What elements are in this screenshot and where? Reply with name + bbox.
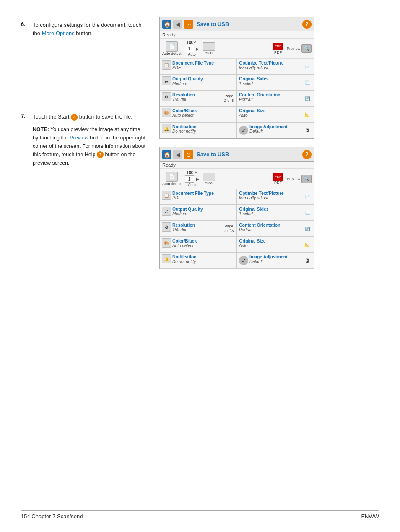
image-adj-value-2: Default [249,259,301,264]
setting2-optimize-text[interactable]: Optimize Text/Picture Manually adjust 📄 [237,189,314,205]
optimize-side-icon-2: 📄 [303,192,312,201]
setting2-resolution[interactable]: ⚙ Resolution 150 dpi Page 2 of 3 [160,221,237,237]
back-icon[interactable]: ◀ [173,20,182,29]
help-icon-inline: ? [97,151,104,158]
step-7-number: 7. [21,113,29,167]
setting-color-black[interactable]: 🎨 Color/Black Auto detect [160,106,237,122]
auto2-group-2: Auto [203,173,215,185]
setting-notification[interactable]: 🔔 Notification Do not notify [160,122,237,138]
setting2-notification[interactable]: 🔔 Notification Do not notify [160,253,237,269]
copies-box-2[interactable]: 1 [185,175,194,183]
color-black-value: Auto detect [172,113,235,118]
back-icon-2[interactable]: ◀ [173,150,182,159]
color-black-label: Color/Black [172,108,235,113]
setting-output-quality[interactable]: 🖨 Output Quality Medium [160,75,237,90]
auto2-label-2: Auto [205,181,213,185]
home-icon[interactable]: 🏠 [162,20,171,29]
setting-resolution[interactable]: ⚙ Resolution 150 dpi Page 2 of 3 [160,90,237,106]
original-sides-value: 1-sided [239,81,301,86]
resolution-value-2: 150 dpi [172,227,222,232]
percent-row: 1 ▶ [185,45,199,52]
original-icon[interactable]: 📄 [166,41,178,52]
help-button-2[interactable]: ? [302,150,312,159]
setting-doc-file-type[interactable]: 📋 Document File Type PDF [160,59,237,75]
content-orient-label: Content Orientation [239,92,301,97]
content-orient-icon-2: 🔄 [303,224,312,233]
pdf-icon-2: PDF [273,173,283,181]
setting-optimize-text[interactable]: Optimize Text/Picture Manually adjust 📄 [237,59,314,75]
panel-1-settings: 📋 Document File Type PDF Optimize Text/P… [160,59,314,138]
setting2-content-orientation[interactable]: Content Orientation Portrait 🔄 [237,221,314,237]
original-sides-icon-2: 📃 [303,208,312,217]
color-black-value-2: Auto detect [172,243,235,248]
content-orient-content-2: Content Orientation Portrait [239,222,301,232]
output-quality-icon: 🖨 [162,76,171,85]
arrow-right[interactable]: ▶ [196,46,199,51]
optimize-side-icon: 📄 [303,62,312,71]
preview-icon-2: 🔍 [301,175,312,183]
original-size-icon: 📐 [303,110,312,119]
notification-icon-2: 🔔 [162,254,171,263]
notification-value-2: Do not notify [172,259,235,264]
usb-icon-2[interactable]: ⊙ [184,150,193,159]
setting2-output-quality[interactable]: 🖨 Output Quality Medium [160,205,237,221]
original-icon-2[interactable]: 📄 [166,172,178,182]
more-options-link[interactable]: More Options [42,30,75,36]
original-sides-value-2: 1-sided [239,212,301,216]
arrow-right-2[interactable]: ▶ [196,177,199,181]
resolution-label: Resolution [172,92,222,97]
doc-file-value-2: PDF [172,196,235,200]
setting2-color-black[interactable]: 🎨 Color/Black Auto detect [160,237,237,253]
notification-content-2: Notification Do not notify [172,254,235,264]
copies-box[interactable]: 1 [185,45,194,52]
setting-original-size[interactable]: Original Size Auto 📐 [237,106,314,122]
percent-value-2: 100% [187,170,197,175]
image-adj-icon-2: 🎛 [303,256,312,265]
color-black-icon-2: 🎨 [162,238,171,248]
preview-link[interactable]: Preview [70,135,88,141]
setting-original-sides[interactable]: Original Sides 1-sided 📃 [237,75,314,90]
note-label: NOTE: [33,127,49,132]
setting2-image-adjustment[interactable]: ✓ Image Adjustment Default 🎛 [237,253,314,269]
original-sides-icon: 📃 [303,78,312,87]
notification-label: Notification [172,124,235,129]
original-control: 📄 Auto detect [162,41,182,56]
resolution-icon: ⚙ [162,92,171,101]
setting2-original-size[interactable]: Original Size Auto 📐 [237,237,314,253]
step-7-block: 7. Touch the Start ⊙ button to save the … [21,113,147,167]
doc-file-value: PDF [172,65,235,70]
step-7-content: Touch the Start ⊙ button to save the fil… [33,113,147,167]
preview-button-2[interactable]: Preview 🔍 [287,175,312,183]
usb-icon[interactable]: ⊙ [184,20,193,29]
original-sides-content-2: Original Sides 1-sided [239,207,301,216]
setting2-original-sides[interactable]: Original Sides 1-sided 📃 [237,205,314,221]
setting-content-orientation[interactable]: Content Orientation Portrait 🔄 [237,90,314,106]
percent-group: 100% 1 ▶ Auto [185,40,199,57]
preview-icon-1: 🔍 [301,44,312,53]
pdf-group-2: PDF PDF [273,173,283,185]
panel-2-header: 🏠 ◀ ⊙ Save to USB ? [160,147,314,162]
preview-button-1[interactable]: Preview 🔍 [287,44,312,53]
doc-file-label: Document File Type [172,60,235,65]
pdf-label-2: PDF [274,181,282,185]
output-quality-label: Output Quality [172,76,235,81]
panel-2: 🏠 ◀ ⊙ Save to USB ? Ready 📄 Auto detect … [159,147,314,269]
resolution-value: 150 dpi [172,97,222,102]
auto1-label: Auto [188,52,196,57]
setting2-doc-file-type[interactable]: 📋 Document File Type PDF [160,189,237,205]
help-button-1[interactable]: ? [302,20,312,29]
panel-1-title: Save to USB [195,21,301,27]
page-indicator-1: Page 2 of 3 [223,94,235,103]
doc-file-content: Document File Type PDF [172,60,235,70]
home-icon-2[interactable]: 🏠 [162,150,171,159]
notification-value: Do not notify [172,129,235,134]
panel-1-header: 🏠 ◀ ⊙ Save to USB ? [160,17,314,31]
content-orient-content: Content Orientation Portrait [239,92,301,102]
panel-1-controls: 📄 Auto detect 100% 1 ▶ Auto Auto [160,39,314,59]
output-quality-value: Medium [172,81,235,86]
original-size-value: Auto [239,113,301,118]
color-black-content-2: Color/Black Auto detect [172,238,235,248]
output-quality-value-2: Medium [172,212,235,216]
notification-label-2: Notification [172,254,235,259]
setting-image-adjustment[interactable]: ✓ Image Adjustment Default 🎛 [237,122,314,138]
